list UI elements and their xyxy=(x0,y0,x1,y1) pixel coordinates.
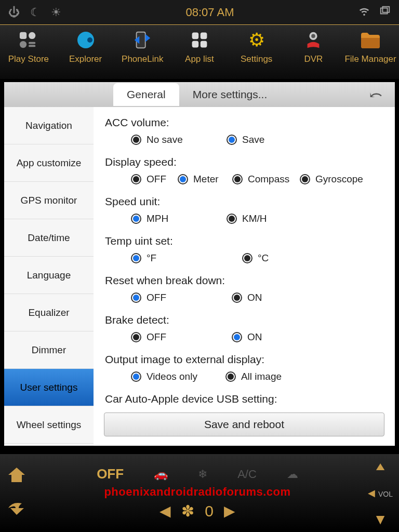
sidebar-app-customize[interactable]: App customize xyxy=(4,144,94,182)
vol-mute-icon[interactable]: ◀ xyxy=(368,487,375,499)
group-reset-break: Reset when break down: OFF ON xyxy=(105,274,383,303)
opt-reset-on[interactable]: ON xyxy=(232,292,294,303)
fan-icon: ✽ xyxy=(181,502,194,520)
windows-icon[interactable] xyxy=(379,5,391,20)
opt-acc-save[interactable]: Save xyxy=(227,134,289,145)
settings-content: ACC volume: No save Save Display speed: … xyxy=(94,107,395,446)
svg-rect-0 xyxy=(381,8,388,14)
fan-level: 0 xyxy=(205,502,214,520)
back-nav-icon[interactable] xyxy=(6,500,27,520)
wifi-icon[interactable] xyxy=(358,5,370,20)
watermark: phoenixandroidradioforums.com xyxy=(104,485,290,499)
vol-down-icon[interactable]: ▼ xyxy=(373,511,388,528)
climate-off[interactable]: OFF xyxy=(97,466,124,482)
opt-speed-off[interactable]: OFF xyxy=(131,174,172,185)
brightness-icon[interactable]: ☀ xyxy=(51,6,61,19)
svg-rect-6 xyxy=(29,45,35,47)
tab-general[interactable]: General xyxy=(113,83,179,106)
defrost-rear-icon[interactable]: ☁ xyxy=(287,468,298,481)
svg-rect-1 xyxy=(382,6,389,12)
dock-applist[interactable]: App list xyxy=(174,29,225,64)
fan-control: ◀ ✽ 0 ▶ xyxy=(159,502,235,520)
back-icon[interactable]: ⤺ xyxy=(369,86,382,104)
fan-down-icon[interactable]: ◀ xyxy=(159,502,171,520)
group-display-speed: Display speed: OFF Meter Compass Gyrosco… xyxy=(105,156,383,185)
dock-settings[interactable]: ⚙ Settings xyxy=(231,29,283,64)
opt-brake-on[interactable]: ON xyxy=(232,331,294,343)
svg-rect-11 xyxy=(201,33,207,39)
opt-speed-meter[interactable]: Meter xyxy=(178,174,227,185)
opt-videos-only[interactable]: Videos only xyxy=(131,371,197,382)
opt-acc-nosave[interactable]: No save xyxy=(131,134,193,145)
fan-up-icon[interactable]: ▶ xyxy=(224,502,235,520)
svg-rect-10 xyxy=(192,33,199,39)
tab-more[interactable]: More settings... xyxy=(179,83,281,106)
applist-icon xyxy=(189,29,210,51)
phonelink-icon xyxy=(131,29,153,51)
group-speed-unit: Speed unit: MPH KM/H xyxy=(105,195,383,224)
group-car-auto: Car Auto-Apple device USB setting: xyxy=(105,393,383,405)
opt-speed-compass[interactable]: Compass xyxy=(232,174,295,185)
dock-dvr[interactable]: DVR xyxy=(287,29,339,64)
sidebar-language[interactable]: Language xyxy=(4,257,94,294)
opt-reset-off[interactable]: OFF xyxy=(131,292,193,303)
settings-panel: General More settings... ⤺ Navigation Ap… xyxy=(4,82,395,446)
sidebar-navigation[interactable]: Navigation xyxy=(4,107,94,144)
power-icon[interactable]: ⏻ xyxy=(8,6,20,19)
defrost-front-icon[interactable]: ❄ xyxy=(198,468,207,481)
ac-label[interactable]: A/C xyxy=(237,468,257,481)
climate-row: OFF 🚗 ❄ A/C ☁ xyxy=(97,466,298,482)
group-output-image: Output image to external display: Videos… xyxy=(105,353,383,382)
save-reboot-button[interactable]: Save and reboot xyxy=(104,413,384,436)
svg-rect-5 xyxy=(29,42,35,44)
recirculate-icon[interactable]: 🚗 xyxy=(154,468,168,481)
settings-icon: ⚙ xyxy=(246,29,268,51)
sidebar-date-time[interactable]: Date/time xyxy=(4,219,94,257)
tabs: General More settings... ⤺ xyxy=(4,82,395,107)
moon-icon[interactable]: ☾ xyxy=(30,6,41,19)
opt-speed-gyro[interactable]: Gyroscope xyxy=(300,174,363,185)
opt-all-image[interactable]: All image xyxy=(225,371,288,382)
group-temp-unit: Temp uint set: °F °C xyxy=(105,235,383,264)
group-brake-detect: Brake detect: OFF ON xyxy=(105,314,383,343)
sidebar-dimmer[interactable]: Dimmer xyxy=(4,331,94,369)
dock-phonelink[interactable]: PhoneLink xyxy=(116,29,168,64)
sidebar-gps-monitor[interactable]: GPS monitor xyxy=(4,182,94,219)
dock-explorer[interactable]: Explorer xyxy=(60,29,112,64)
clock: 08:07 AM xyxy=(186,6,234,19)
folder-icon xyxy=(360,29,381,51)
svg-rect-4 xyxy=(20,41,26,48)
dock: Play Store Explorer PhoneLink App list ⚙… xyxy=(0,25,399,79)
opt-kmh[interactable]: KM/H xyxy=(227,213,289,224)
svg-rect-13 xyxy=(201,41,207,48)
svg-point-8 xyxy=(87,37,92,43)
explorer-icon xyxy=(75,29,97,51)
sidebar-equalizer[interactable]: Equalizer xyxy=(4,294,94,331)
opt-fahrenheit[interactable]: °F xyxy=(131,252,193,264)
home-icon[interactable] xyxy=(6,467,27,488)
dock-playstore[interactable]: Play Store xyxy=(3,29,55,64)
group-acc-volume: ACC volume: No save Save xyxy=(105,116,383,145)
dvr-icon xyxy=(302,29,324,51)
playstore-icon xyxy=(18,29,39,51)
vol-label: VOL xyxy=(378,490,393,498)
opt-brake-off[interactable]: OFF xyxy=(131,331,193,343)
svg-rect-2 xyxy=(20,32,26,39)
svg-point-15 xyxy=(312,34,316,38)
sidebar-user-settings[interactable]: User settings xyxy=(4,369,94,406)
svg-rect-3 xyxy=(29,32,35,39)
bottom-bar: OFF 🚗 ❄ A/C ☁ phoenixandroidradioforums.… xyxy=(0,454,399,532)
opt-celsius[interactable]: °C xyxy=(242,252,304,264)
settings-sidebar: Navigation App customize GPS monitor Dat… xyxy=(4,107,94,446)
svg-rect-12 xyxy=(192,41,199,48)
sidebar-wheel-settings[interactable]: Wheel settings xyxy=(4,406,94,444)
status-bar: ⏻ ☾ ☀ 08:07 AM xyxy=(0,0,399,25)
dock-filemanager[interactable]: File Manager xyxy=(344,29,396,64)
opt-mph[interactable]: MPH xyxy=(131,213,193,224)
vol-up-icon[interactable]: ▲ xyxy=(373,460,388,473)
